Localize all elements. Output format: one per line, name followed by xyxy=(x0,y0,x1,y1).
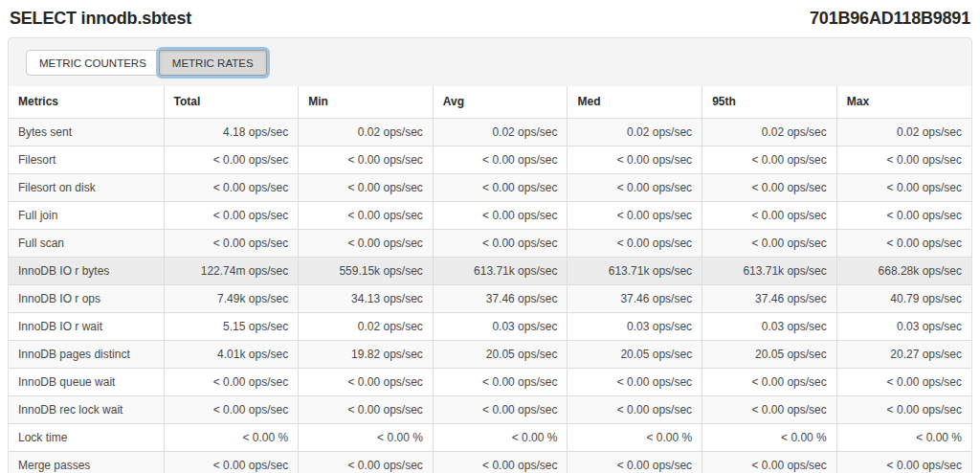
metric-row[interactable]: InnoDB IO r wait 5.15 ops/sec 0.02 ops/s… xyxy=(9,312,971,340)
metric-min-cell: 559.15k ops/sec xyxy=(299,257,434,284)
metric-min-cell: < 0.00 % xyxy=(299,423,434,451)
metric-min-cell: 0.02 ops/sec xyxy=(299,118,434,146)
metric-row[interactable]: Merge passes < 0.00 ops/sec < 0.00 ops/s… xyxy=(9,451,971,473)
metric-max-cell: 0.02 ops/sec xyxy=(836,118,971,146)
metric-med-cell: < 0.00 ops/sec xyxy=(568,368,702,395)
metric-med-cell: 613.71k ops/sec xyxy=(568,257,702,284)
metric-total-cell: 4.01k ops/sec xyxy=(164,340,299,368)
metric-name-cell: InnoDB IO r ops xyxy=(9,284,164,312)
metric-total-cell: 4.18 ops/sec xyxy=(164,118,299,146)
metric-row[interactable]: InnoDB queue wait < 0.00 ops/sec < 0.00 … xyxy=(9,368,971,395)
metric-row[interactable]: InnoDB IO r bytes 122.74m ops/sec 559.15… xyxy=(9,257,971,284)
column-header-metrics: Metrics xyxy=(9,86,164,118)
metric-counters-tab[interactable]: METRIC COUNTERS xyxy=(26,50,160,76)
metric-max-cell: < 0.00 ops/sec xyxy=(836,146,971,173)
metric-row[interactable]: InnoDB rec lock wait < 0.00 ops/sec < 0.… xyxy=(9,395,971,423)
metric-max-cell: < 0.00 ops/sec xyxy=(836,201,971,229)
metric-total-cell: < 0.00 ops/sec xyxy=(164,173,299,201)
metrics-table-body: Bytes sent 4.18 ops/sec 0.02 ops/sec 0.0… xyxy=(9,118,971,473)
metric-row[interactable]: InnoDB pages distinct 4.01k ops/sec 19.8… xyxy=(9,340,971,368)
metric-95th-cell: 0.03 ops/sec xyxy=(702,312,837,340)
metric-med-cell: 20.05 ops/sec xyxy=(568,340,702,368)
metric-row[interactable]: Full scan < 0.00 ops/sec < 0.00 ops/sec … xyxy=(9,229,971,257)
metric-row[interactable]: Filesort < 0.00 ops/sec < 0.00 ops/sec <… xyxy=(9,146,971,173)
metric-avg-cell: < 0.00 ops/sec xyxy=(433,229,568,257)
metric-avg-cell: < 0.00 ops/sec xyxy=(433,173,568,201)
metrics-view-toggle: METRIC COUNTERS METRIC RATES xyxy=(9,38,971,86)
metric-max-cell: 668.28k ops/sec xyxy=(836,257,971,284)
metric-max-cell: < 0.00 ops/sec xyxy=(836,173,971,201)
metric-med-cell: < 0.00 ops/sec xyxy=(568,395,702,423)
metric-min-cell: 0.02 ops/sec xyxy=(299,312,434,340)
metric-avg-cell: 0.02 ops/sec xyxy=(433,118,568,146)
metric-avg-cell: 20.05 ops/sec xyxy=(433,340,568,368)
metric-med-cell: < 0.00 ops/sec xyxy=(568,146,702,173)
metric-95th-cell: 613.71k ops/sec xyxy=(702,257,837,284)
metric-95th-cell: < 0.00 ops/sec xyxy=(702,368,837,395)
metric-name-cell: InnoDB IO r bytes xyxy=(9,257,164,284)
metric-min-cell: < 0.00 ops/sec xyxy=(299,229,434,257)
metric-row[interactable]: Filesort on disk < 0.00 ops/sec < 0.00 o… xyxy=(9,173,971,201)
metric-avg-cell: 37.46 ops/sec xyxy=(433,284,568,312)
metric-med-cell: < 0.00 ops/sec xyxy=(568,229,702,257)
metric-total-cell: < 0.00 ops/sec xyxy=(164,368,299,395)
metric-name-cell: Full join xyxy=(9,201,164,229)
metric-max-cell: < 0.00 ops/sec xyxy=(836,368,971,395)
metric-med-cell: 0.03 ops/sec xyxy=(568,312,702,340)
metric-med-cell: < 0.00 % xyxy=(568,423,702,451)
metric-min-cell: 19.82 ops/sec xyxy=(299,340,434,368)
metric-med-cell: 0.02 ops/sec xyxy=(568,118,702,146)
metric-max-cell: 20.27 ops/sec xyxy=(836,340,971,368)
query-checksum: 701B96AD118B9891 xyxy=(810,8,970,29)
metric-name-cell: InnoDB rec lock wait xyxy=(9,395,164,423)
metric-max-cell: < 0.00 ops/sec xyxy=(836,395,971,423)
query-analytics-page: SELECT innodb.sbtest 701B96AD118B9891 ME… xyxy=(0,0,980,473)
metric-row[interactable]: InnoDB IO r ops 7.49k ops/sec 34.13 ops/… xyxy=(9,284,971,312)
metric-95th-cell: < 0.00 ops/sec xyxy=(702,146,837,173)
metric-name-cell: Filesort xyxy=(9,146,164,173)
metric-name-cell: Full scan xyxy=(9,229,164,257)
column-header-med: Med xyxy=(568,86,702,118)
metric-total-cell: < 0.00 ops/sec xyxy=(164,451,299,473)
metric-total-cell: < 0.00 ops/sec xyxy=(164,395,299,423)
metric-med-cell: < 0.00 ops/sec xyxy=(568,201,702,229)
metric-avg-cell: < 0.00 % xyxy=(433,423,568,451)
table-header-row: Metrics Total Min Avg Med 95th Max xyxy=(9,86,971,118)
metric-95th-cell: < 0.00 ops/sec xyxy=(702,395,837,423)
metric-avg-cell: < 0.00 ops/sec xyxy=(433,451,568,473)
page-title: SELECT innodb.sbtest xyxy=(10,8,191,29)
column-header-max: Max xyxy=(836,86,971,118)
metric-total-cell: < 0.00 ops/sec xyxy=(164,201,299,229)
metric-95th-cell: < 0.00 % xyxy=(702,423,837,451)
metric-95th-cell: < 0.00 ops/sec xyxy=(702,229,837,257)
metric-med-cell: 37.46 ops/sec xyxy=(568,284,702,312)
metric-row[interactable]: Full join < 0.00 ops/sec < 0.00 ops/sec … xyxy=(9,201,971,229)
metric-rates-tab[interactable]: METRIC RATES xyxy=(159,50,267,76)
metric-95th-cell: 37.46 ops/sec xyxy=(702,284,837,312)
page-header: SELECT innodb.sbtest 701B96AD118B9891 xyxy=(0,0,980,29)
metric-total-cell: 122.74m ops/sec xyxy=(164,257,299,284)
metric-avg-cell: < 0.00 ops/sec xyxy=(433,395,568,423)
metric-max-cell: 40.79 ops/sec xyxy=(836,284,971,312)
metric-med-cell: < 0.00 ops/sec xyxy=(568,173,702,201)
column-header-min: Min xyxy=(299,86,434,118)
metric-95th-cell: < 0.00 ops/sec xyxy=(702,451,837,473)
metric-95th-cell: 0.02 ops/sec xyxy=(702,118,837,146)
metric-name-cell: InnoDB pages distinct xyxy=(9,340,164,368)
metric-95th-cell: 20.05 ops/sec xyxy=(702,340,837,368)
metric-name-cell: InnoDB IO r wait xyxy=(9,312,164,340)
metric-total-cell: < 0.00 ops/sec xyxy=(164,146,299,173)
metric-avg-cell: < 0.00 ops/sec xyxy=(433,201,568,229)
column-header-95th: 95th xyxy=(702,86,837,118)
metric-avg-cell: < 0.00 ops/sec xyxy=(433,146,568,173)
metric-avg-cell: 613.71k ops/sec xyxy=(433,257,568,284)
metric-min-cell: < 0.00 ops/sec xyxy=(299,395,434,423)
metric-max-cell: < 0.00 ops/sec xyxy=(836,451,971,473)
column-header-avg: Avg xyxy=(433,86,568,118)
metric-row[interactable]: Lock time < 0.00 % < 0.00 % < 0.00 % < 0… xyxy=(9,423,971,451)
metric-min-cell: 34.13 ops/sec xyxy=(299,284,434,312)
metric-min-cell: < 0.00 ops/sec xyxy=(299,368,434,395)
metric-row[interactable]: Bytes sent 4.18 ops/sec 0.02 ops/sec 0.0… xyxy=(9,118,971,146)
metric-name-cell: Bytes sent xyxy=(9,118,164,146)
metric-total-cell: < 0.00 ops/sec xyxy=(164,229,299,257)
